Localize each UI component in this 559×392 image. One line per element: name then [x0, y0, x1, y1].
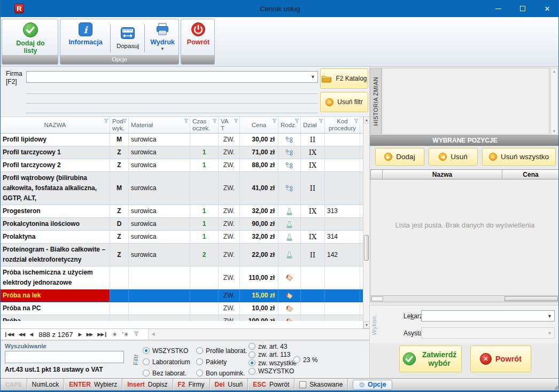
column-header[interactable]: Materiał [129, 117, 190, 133]
return-button[interactable]: ✕ Powrót [470, 346, 531, 372]
table-row[interactable]: PróbaZW.100,00 zł [1, 315, 363, 321]
table-row[interactable]: Prokalcytonina ilościowoDsurowica1ZW.90,… [1, 218, 363, 231]
close-button[interactable]: ✕ [535, 0, 559, 17]
resize-grip[interactable]: ◢ [554, 384, 559, 390]
filter-funnel-icon[interactable] [294, 118, 299, 125]
maximize-icon [520, 6, 525, 11]
column-header[interactable]: Dział [301, 117, 325, 133]
filter-radio-option[interactable]: Bon upomink. [196, 367, 247, 379]
search-input[interactable] [5, 351, 124, 363]
column-header[interactable]: Czas oczek. [190, 117, 219, 133]
column-header[interactable]: Kod procedury [325, 117, 360, 133]
radio-icon[interactable] [249, 351, 255, 358]
minimize-button[interactable] [486, 0, 510, 17]
firma-combobox[interactable]: ▼ [26, 71, 318, 83]
skasowane-toggle[interactable]: Skasowane [294, 379, 348, 390]
remove-all-button[interactable]: « Usuń wszystko [482, 148, 556, 166]
selected-list-name-column[interactable]: Nazwa [383, 170, 502, 179]
lekarz-combobox[interactable]: ▼ [421, 310, 555, 322]
add-item-button[interactable]: ▶ Dodaj [375, 148, 424, 166]
status-key-f2[interactable]: F2Firmy [173, 379, 210, 390]
checkbox-icon[interactable] [299, 381, 306, 388]
f2-katalog-button[interactable]: F2 Katalog [320, 68, 368, 89]
prev-record-button[interactable]: ◀ [29, 332, 33, 337]
filter-radio-option[interactable]: zw. wszystkie [249, 359, 297, 367]
information-button[interactable]: i Informacja [63, 22, 108, 46]
maximize-button[interactable] [510, 0, 535, 17]
table-row[interactable]: ProgesteronZsurowica1ZW.32,00 złIX313 [1, 205, 363, 218]
table-row[interactable]: Profil lipidowyMsurowicaZW.30,00 złII [1, 134, 363, 146]
selected-list-price-column[interactable]: Cena [502, 170, 559, 179]
radio-icon[interactable] [249, 359, 255, 366]
cell-vat: ZW. [219, 231, 240, 244]
radio-icon[interactable] [196, 358, 203, 365]
next-page-button[interactable]: ▶▶ [86, 332, 92, 337]
radio-icon[interactable] [249, 343, 255, 350]
filter-radio-option[interactable]: Pakiety [196, 356, 247, 367]
vertical-scrollbar[interactable]: ▲ ▼ [363, 116, 369, 328]
radio-icon[interactable] [196, 347, 203, 354]
edit-record-button[interactable]: ‛✳ [122, 331, 129, 338]
history-tab[interactable]: HISTORIA ZMIAN [370, 68, 382, 135]
add-to-list-button[interactable]: Dodaj do listy [12, 22, 49, 54]
table-row[interactable]: Próba na PCZW.10,00 zł [1, 302, 363, 315]
scrollbar-thumb[interactable] [504, 296, 558, 301]
filter-radio-option[interactable]: 23 % [293, 354, 317, 365]
radio-icon[interactable] [293, 356, 300, 363]
remove-item-button[interactable]: ◀ Usuń [429, 148, 478, 166]
radio-icon[interactable] [143, 370, 150, 377]
status-key-insert[interactable]: InsertDopisz [122, 379, 173, 390]
filter-radio-option[interactable]: Bez laborat. [143, 367, 190, 379]
column-header[interactable]: NAZWA [1, 117, 110, 133]
history-scrollbar[interactable]: ▲ ▼ [550, 68, 558, 135]
table-row[interactable]: Proteinogram - Białko całkowite – rozdzi… [1, 244, 363, 266]
print-button[interactable]: Wydruk ▼ [147, 22, 178, 51]
filter-funnel-icon[interactable] [319, 118, 323, 125]
radio-icon[interactable] [143, 358, 150, 365]
filter-radio-option[interactable]: WSZYSTKO [249, 367, 297, 376]
filter-radio-option[interactable]: WSZYSTKO [143, 345, 190, 356]
table-row[interactable]: Próba ischemiczna z użyciem elektrody je… [1, 266, 363, 289]
radio-icon[interactable] [249, 368, 255, 375]
filter-funnel-icon[interactable] [354, 118, 359, 125]
filter-radio-option[interactable]: zw. art. 43 [249, 342, 297, 351]
filter-radio-option[interactable]: Profile laborat. [196, 345, 247, 356]
selected-list-hscrollbar[interactable] [370, 295, 559, 302]
clear-filter-button[interactable]: ✕ Usuń filtr [320, 92, 368, 112]
filter-funnel-icon[interactable] [212, 118, 217, 125]
append-record-button[interactable]: ✳ [112, 331, 117, 338]
radio-icon[interactable] [196, 370, 203, 377]
asysta-combobox[interactable]: ▼ [421, 327, 555, 339]
table-row[interactable]: Profil tarczycowy 2Zsurowica1ZW.88,00 zł… [1, 159, 363, 172]
confirm-selection-button[interactable]: Zatwierdź wybór [399, 346, 462, 372]
filter-radio-option[interactable]: Laboratorium [143, 356, 190, 367]
status-key-del[interactable]: DelUsuń [210, 379, 249, 390]
filter-funnel-icon[interactable] [104, 118, 108, 125]
first-record-button[interactable]: ❙◀◀ [4, 332, 13, 337]
table-row[interactable]: Profil tarczycowy 1Zsurowica1ZW.71,00 zł… [1, 146, 363, 159]
prev-page-button[interactable]: ◀◀ [18, 332, 25, 337]
filter-button[interactable] [134, 331, 139, 338]
filter-funnel-icon[interactable] [234, 118, 238, 125]
horizontal-scrollbar[interactable]: ◀ [148, 329, 369, 340]
opcje-button[interactable]: ⚙ Opcje [353, 380, 392, 390]
table-row[interactable]: Próba na lekZW.15,00 zł [1, 289, 363, 302]
next-record-button[interactable]: ▶ [79, 332, 82, 337]
table-row[interactable]: Profil wątrobowy (bilirubina całkowita, … [1, 172, 363, 205]
table-row[interactable]: ProlaktynaZsurowica1ZW.32,00 złIX314 [1, 231, 363, 244]
filter-funnel-icon[interactable] [184, 118, 189, 125]
radio-icon[interactable] [143, 347, 150, 354]
last-record-button[interactable]: ▶▶❙ [97, 332, 107, 337]
column-header[interactable]: Pod-wyk. [110, 117, 129, 133]
filter-funnel-icon[interactable] [122, 118, 127, 125]
scrollbar-thumb[interactable] [364, 235, 369, 261]
filter-funnel-icon[interactable] [272, 118, 277, 125]
status-key-enter[interactable]: ENTERWybierz [64, 379, 122, 390]
status-key-esc[interactable]: ESCPowrót [248, 379, 294, 390]
column-header[interactable]: Cena [240, 117, 278, 133]
back-button-toolbar[interactable]: Powrót [183, 22, 214, 46]
column-header[interactable]: VAT [219, 117, 240, 133]
column-header[interactable]: Rodz. [278, 117, 301, 133]
fit-button[interactable]: Dopasuj [113, 26, 143, 50]
filter-radio-option[interactable]: zw. art. 113 [249, 351, 297, 359]
